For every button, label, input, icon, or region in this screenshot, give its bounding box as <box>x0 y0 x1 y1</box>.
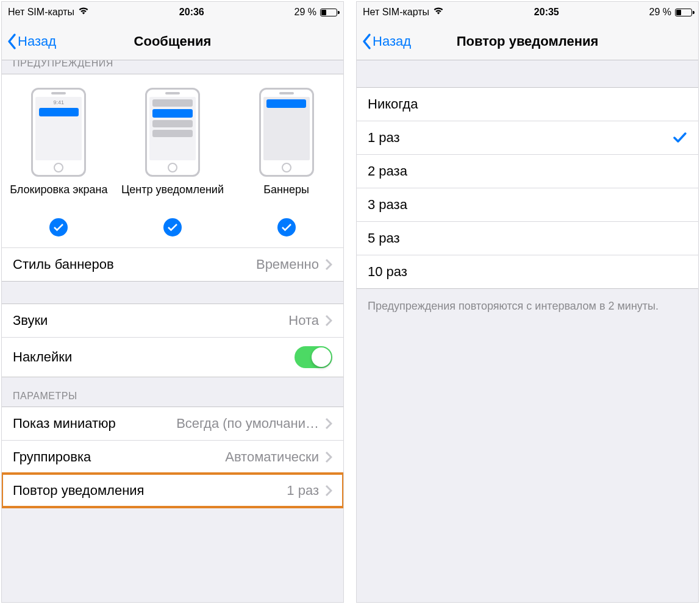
option-once[interactable]: 1 раз <box>357 121 698 154</box>
chevron-right-icon <box>325 258 332 271</box>
row-label: Показ миниатюр <box>13 416 116 432</box>
sounds-row[interactable]: Звуки Нота <box>2 304 343 337</box>
row-value: Всегда (по умолчани… <box>176 416 319 432</box>
stickers-toggle[interactable] <box>295 346 332 368</box>
alert-style-banner[interactable]: Баннеры <box>230 88 343 210</box>
chevron-right-icon <box>325 417 332 430</box>
status-time: 20:36 <box>179 7 204 18</box>
battery-icon <box>320 9 337 16</box>
row-label: Повтор уведомления <box>13 483 144 499</box>
back-label: Назад <box>18 34 56 49</box>
chevron-right-icon <box>325 451 332 463</box>
carrier-text: Нет SIM-карты <box>8 7 74 18</box>
row-value: Нота <box>288 313 319 329</box>
alert-label: Баннеры <box>263 183 309 210</box>
wifi-icon <box>78 7 89 18</box>
back-button[interactable]: Назад <box>362 33 411 50</box>
row-label: Стиль баннеров <box>13 257 114 272</box>
nav-bar: Назад Сообщения <box>2 23 343 60</box>
notif-center-icon <box>145 88 200 177</box>
option-label: 2 раза <box>368 163 407 179</box>
nav-bar: Назад Повтор уведомления <box>357 23 698 60</box>
alert-style-lock[interactable]: 9:41 Блокировка экрана <box>2 88 115 210</box>
chevron-right-icon <box>325 485 332 497</box>
checkmark-icon <box>673 132 687 144</box>
params-group: Показ миниатюр Всегда (по умолчани… Груп… <box>2 407 343 508</box>
banner-style-row[interactable]: Стиль баннеров Временно <box>2 247 343 281</box>
back-label: Назад <box>373 34 411 49</box>
scroll-content[interactable]: ПРЕДУПРЕЖДЕНИЯ 9:41 Блокировка экрана <box>2 60 343 602</box>
row-label: Звуки <box>13 313 48 329</box>
chevron-left-icon <box>7 33 18 50</box>
status-time: 20:35 <box>534 7 559 18</box>
option-label: 10 раз <box>368 264 407 280</box>
alerts-section-header: ПРЕДУПРЕЖДЕНИЯ <box>2 60 343 74</box>
repeat-options-group: Никогда 1 раз 2 раза 3 раза 5 раз 10 раз <box>357 87 698 289</box>
chevron-right-icon <box>325 314 332 327</box>
grouping-row[interactable]: Группировка Автоматически <box>2 440 343 474</box>
scroll-content[interactable]: Никогда 1 раз 2 раза 3 раза 5 раз 10 раз… <box>357 60 698 602</box>
option-twice[interactable]: 2 раза <box>357 154 698 188</box>
status-bar: Нет SIM-карты 20:35 29 % <box>357 2 698 23</box>
row-value: Временно <box>256 257 319 272</box>
repeat-alerts-row[interactable]: Повтор уведомления 1 раз <box>2 474 343 507</box>
battery-percent: 29 % <box>649 7 671 18</box>
option-label: 5 раз <box>368 230 400 246</box>
option-label: 3 раза <box>368 197 407 213</box>
thumbnails-row[interactable]: Показ миниатюр Всегда (по умолчани… <box>2 407 343 440</box>
params-section-header: ПАРАМЕТРЫ <box>2 377 343 407</box>
row-value: Автоматически <box>225 449 319 465</box>
check-icon[interactable] <box>277 218 296 236</box>
option-label: 1 раз <box>368 130 400 146</box>
battery-icon <box>675 9 692 16</box>
chevron-left-icon <box>362 33 373 50</box>
row-value: 1 раз <box>287 483 319 499</box>
alert-style-center[interactable]: Центр уведомлений <box>116 88 229 210</box>
repeat-alerts-screen: Нет SIM-карты 20:35 29 % Назад Повтор ув… <box>356 1 699 603</box>
status-bar: Нет SIM-карты 20:36 29 % <box>2 2 343 23</box>
battery-percent: 29 % <box>295 7 316 18</box>
back-button[interactable]: Назад <box>7 33 56 50</box>
check-icon[interactable] <box>163 218 182 236</box>
carrier-text: Нет SIM-карты <box>363 7 429 18</box>
option-label: Никогда <box>368 96 418 112</box>
alert-label: Центр уведомлений <box>121 183 224 210</box>
row-label: Группировка <box>13 449 91 465</box>
option-thrice[interactable]: 3 раза <box>357 188 698 221</box>
check-icon[interactable] <box>49 218 68 236</box>
alert-label: Блокировка экрана <box>10 183 107 210</box>
lock-screen-icon: 9:41 <box>31 88 86 177</box>
option-five[interactable]: 5 раз <box>357 221 698 255</box>
alerts-group: 9:41 Блокировка экрана <box>2 74 343 282</box>
sounds-group: Звуки Нота Наклейки <box>2 304 343 377</box>
option-never[interactable]: Никогда <box>357 87 698 121</box>
stickers-row: Наклейки <box>2 337 343 377</box>
row-label: Наклейки <box>13 349 72 365</box>
option-ten[interactable]: 10 раз <box>357 255 698 288</box>
wifi-icon <box>433 7 444 18</box>
footer-note: Предупреждения повторяются с интервалом … <box>357 289 698 323</box>
banner-icon <box>259 88 314 177</box>
messages-settings-screen: Нет SIM-карты 20:36 29 % Назад Сообщения… <box>1 1 344 603</box>
